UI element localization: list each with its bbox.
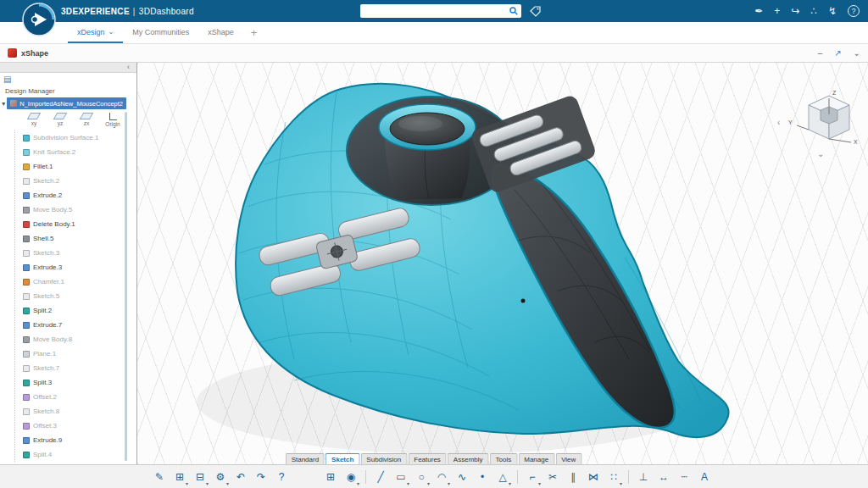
main-area: ‹ ▤ Design Manager ▼ N_ImportedAsNew_Mou…	[0, 63, 868, 464]
toolbar-separator	[365, 470, 366, 484]
arc-icon[interactable]: ◠▾	[433, 469, 450, 485]
tree-item-move-body-5[interactable]: Move Body.5	[15, 202, 136, 217]
search-input[interactable]	[360, 4, 506, 18]
chevron-down-icon[interactable]: ⌄	[854, 49, 860, 58]
tree-item-extrude-3[interactable]: Extrude.3	[15, 260, 136, 274]
tree-scrollbar[interactable]	[125, 112, 127, 461]
tree-item-sketch-2[interactable]: Sketch.2	[15, 174, 136, 188]
tab-xdesign[interactable]: xDesign⌄	[68, 22, 123, 43]
3dexperience-compass-logo[interactable]	[22, 3, 56, 36]
mirror-icon[interactable]: ⋈	[585, 469, 602, 485]
line-icon[interactable]: ╱	[372, 469, 389, 485]
tag-icon	[530, 6, 541, 17]
ribbon-tab-standard[interactable]: Standard	[286, 453, 325, 464]
spline-icon[interactable]: ∿	[453, 469, 470, 485]
ribbon-tab-assembly[interactable]: Assembly	[448, 453, 489, 464]
tree-item-sketch-8[interactable]: Sketch.8	[15, 404, 136, 419]
3d-viewport[interactable]: Y Z X ‹ ⌄ StandardSketchSubdivisionFeatu…	[137, 63, 868, 464]
tree-item-plane-1[interactable]: Plane.1	[15, 347, 136, 361]
tree-item-split-2[interactable]: Split.2	[15, 303, 136, 318]
actions-icon[interactable]: ↯	[828, 6, 837, 16]
tree-item-subdivision-surface-1[interactable]: Subdivision Surface.1	[15, 130, 136, 145]
ribbon-tab-manage[interactable]: Manage	[518, 453, 554, 464]
add-icon[interactable]: +	[774, 6, 780, 16]
minimize-icon[interactable]: –	[818, 49, 823, 58]
tree-item-sketch-3[interactable]: Sketch.3	[15, 246, 136, 260]
tree-plane-zx[interactable]: zx	[75, 112, 98, 130]
axis-z-label: Z	[832, 90, 837, 96]
tree-root-node[interactable]: N_ImportedAsNew_MouseConcept2	[7, 97, 126, 109]
dimension-icon[interactable]: ↔	[655, 469, 672, 485]
add-tab-button[interactable]: +	[243, 22, 265, 43]
text-icon[interactable]: A	[696, 469, 713, 485]
tree-plane-xy[interactable]: xy	[22, 112, 46, 130]
expand-icon[interactable]: ↗	[834, 49, 841, 58]
tree-item-label: Move Body.5	[33, 206, 72, 214]
tree-item-move-body-8[interactable]: Move Body.8	[15, 332, 136, 347]
tree-item-extrude-9[interactable]: Extrude.9	[15, 433, 136, 447]
tree-item-knit-surface-2[interactable]: Knit Surface.2	[15, 145, 136, 159]
circle-icon[interactable]: ○▾	[413, 469, 430, 485]
save-icon[interactable]: ⊟▾	[192, 469, 209, 485]
undo-icon[interactable]: ↶	[232, 469, 249, 485]
grid-toggle-icon[interactable]: ⊞	[322, 469, 339, 485]
tree-item-offset-3[interactable]: Offset.3	[15, 419, 136, 433]
fillet-icon[interactable]: ⌐▾	[524, 469, 541, 485]
tree-view-icon[interactable]: ▤	[3, 75, 11, 84]
help-icon[interactable]: ?	[273, 469, 290, 485]
icon-glyph: A	[701, 472, 708, 482]
share-icon[interactable]: ↪	[791, 6, 799, 16]
settings-icon[interactable]: ⚙▾	[212, 469, 229, 485]
tree-plane-yz[interactable]: yz	[48, 112, 72, 130]
tree-item-extrude-2[interactable]: Extrude.2	[15, 188, 136, 202]
mouse-model-canvas[interactable]	[137, 63, 868, 464]
sketch-view-icon[interactable]: ◉▾	[342, 469, 359, 485]
tree-item-label: Sketch.8	[33, 408, 59, 415]
polygon-icon[interactable]: △▾	[494, 469, 511, 485]
ribbon-tab-view[interactable]: View	[555, 453, 581, 464]
constraint-icon[interactable]: ⊥	[635, 469, 652, 485]
tree-item-delete-body-1[interactable]: Delete Body.1	[15, 217, 136, 231]
point-icon[interactable]: •	[474, 469, 491, 485]
view-cube[interactable]: Y Z X ‹ ⌄	[776, 85, 861, 159]
trim-icon[interactable]: ✂	[544, 469, 561, 485]
tree-item-fillet-1[interactable]: Fillet.1	[15, 159, 136, 174]
construction-icon[interactable]: ┄	[676, 469, 693, 485]
rotate-down-icon[interactable]: ⌄	[817, 149, 824, 158]
tree-item-shell-5[interactable]: Shell.5	[15, 231, 136, 246]
tag-button[interactable]	[527, 4, 542, 18]
tree-item-offset-2[interactable]: Offset.2	[15, 390, 136, 404]
open-icon[interactable]: ⊞▾	[171, 469, 188, 485]
brand-secondary: 3DDashboard	[139, 7, 194, 16]
redo-icon[interactable]: ↷	[253, 469, 270, 485]
tree-plane-origin[interactable]: Origin	[101, 112, 125, 130]
help-icon[interactable]: ?	[848, 5, 860, 17]
collapse-panel-icon[interactable]: ‹	[127, 64, 130, 71]
tab-xshape[interactable]: xShape	[198, 22, 243, 43]
offset-icon[interactable]: ∥	[565, 469, 581, 485]
rotate-left-icon[interactable]: ‹	[777, 118, 780, 127]
ribbon-tab-sketch[interactable]: Sketch	[326, 453, 359, 464]
ribbon-tab-subdivision[interactable]: Subdivision	[360, 453, 407, 464]
tree-expand-caret[interactable]: ▼	[0, 101, 7, 107]
pattern-icon[interactable]: ∷▾	[605, 469, 622, 485]
panel-header-strip: ‹	[0, 63, 136, 73]
vertex-marker[interactable]	[521, 299, 526, 303]
sketch-icon	[23, 365, 30, 372]
plane-icon	[53, 113, 68, 119]
collaborate-icon[interactable]: ∴	[810, 6, 817, 16]
search-button[interactable]	[506, 4, 521, 18]
tree-item-split-4[interactable]: Split.4	[15, 447, 136, 462]
tree-item-chamfer-1[interactable]: Chamfer.1	[15, 274, 136, 289]
tree-item-sketch-5[interactable]: Sketch.5	[15, 289, 136, 303]
tree-item-extrude-7[interactable]: Extrude.7	[15, 318, 136, 332]
tree-item-split-3[interactable]: Split.3	[15, 375, 136, 390]
marker-icon[interactable]: ✒	[754, 6, 763, 16]
ribbon-tab-features[interactable]: Features	[408, 453, 447, 464]
ribbon-tab-tools[interactable]: Tools	[490, 453, 518, 464]
new-sketch-icon[interactable]: ✎	[151, 469, 168, 485]
rectangle-icon[interactable]: ▭▾	[392, 469, 409, 485]
tree-item-sketch-7[interactable]: Sketch.7	[15, 361, 136, 375]
tab-my-communities[interactable]: My Communities	[123, 22, 198, 43]
icon-glyph: ▭	[396, 472, 405, 482]
